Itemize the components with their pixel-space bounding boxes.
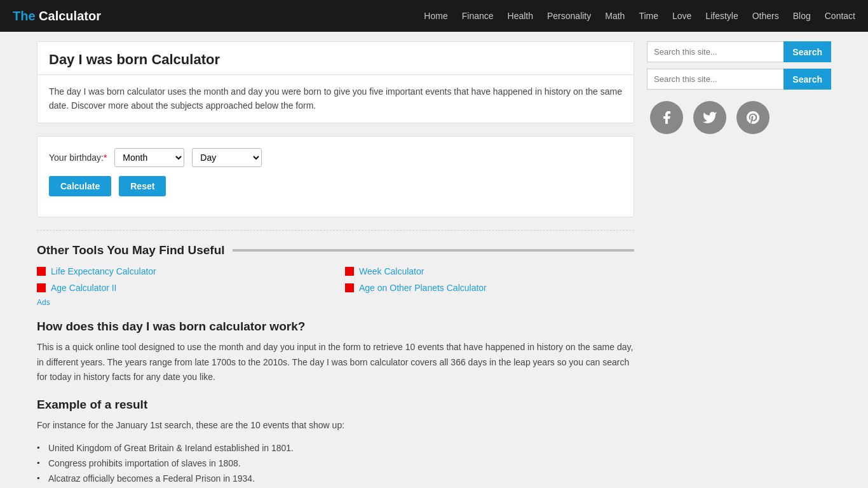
other-tools-section: Other Tools You May Find Useful Life Exp… bbox=[37, 243, 634, 307]
nav-links: Home Finance Health Personality Math Tim… bbox=[424, 11, 855, 21]
nav-blog[interactable]: Blog bbox=[793, 11, 811, 21]
nav-math[interactable]: Math bbox=[605, 11, 625, 21]
nav-home[interactable]: Home bbox=[424, 11, 447, 21]
tool-label: Life Expectancy Calculator bbox=[51, 266, 156, 276]
page-container: Day I was born Calculator The day I was … bbox=[27, 32, 841, 488]
search-button-1[interactable]: Search bbox=[783, 41, 831, 62]
birthday-label-text: Your birthday: bbox=[49, 152, 104, 163]
tool-week-calculator[interactable]: Week Calculator bbox=[345, 266, 634, 276]
nav-health[interactable]: Health bbox=[508, 11, 533, 21]
tool-life-expectancy[interactable]: Life Expectancy Calculator bbox=[37, 266, 326, 276]
main-content: Day I was born Calculator The day I was … bbox=[37, 41, 634, 488]
list-item: Alcatraz officially becomes a Federal Pr… bbox=[37, 471, 634, 487]
example-list: United Kingdom of Great Britain & Irelan… bbox=[37, 441, 634, 488]
tool-label: Week Calculator bbox=[359, 266, 424, 276]
nav-contact[interactable]: Contact bbox=[825, 11, 855, 21]
nav-lifestyle[interactable]: Lifestyle bbox=[705, 11, 738, 21]
tool-label: Age on Other Planets Calculator bbox=[359, 283, 487, 293]
calculator-card-body: The day I was born calculator uses the m… bbox=[37, 75, 634, 123]
how-it-works-body: This is a quick online tool designed to … bbox=[37, 340, 634, 385]
reset-button[interactable]: Reset bbox=[119, 176, 166, 196]
tools-grid: Life Expectancy Calculator Week Calculat… bbox=[37, 266, 634, 293]
calculator-card-header: Day I was born Calculator bbox=[37, 42, 634, 75]
calculate-button[interactable]: Calculate bbox=[49, 176, 111, 196]
search-input-1[interactable] bbox=[647, 41, 783, 62]
nav-love[interactable]: Love bbox=[672, 11, 691, 21]
calculator-description: The day I was born calculator uses the m… bbox=[49, 85, 622, 113]
ads-label: Ads bbox=[37, 298, 634, 307]
calculator-form-section: Your birthday:* MonthJanuaryFebruaryMarc… bbox=[37, 136, 634, 217]
calculator-card: Day I was born Calculator The day I was … bbox=[37, 41, 634, 123]
logo-the: The bbox=[13, 9, 36, 23]
tool-age-other-planets[interactable]: Age on Other Planets Calculator bbox=[345, 283, 634, 293]
how-it-works-section: How does this day I was born calculator … bbox=[37, 320, 634, 385]
other-tools-header: Other Tools You May Find Useful bbox=[37, 243, 634, 257]
facebook-icon[interactable] bbox=[650, 101, 683, 134]
how-it-works-heading: How does this day I was born calculator … bbox=[37, 320, 634, 334]
site-logo[interactable]: The Calculator bbox=[13, 9, 101, 24]
tool-icon bbox=[345, 283, 354, 292]
tool-label: Age Calculator II bbox=[51, 283, 117, 293]
calculator-title: Day I was born Calculator bbox=[49, 51, 622, 68]
nav-finance[interactable]: Finance bbox=[462, 11, 494, 21]
nav-time[interactable]: Time bbox=[639, 11, 658, 21]
list-item: Congress prohibits importation of slaves… bbox=[37, 456, 634, 471]
other-tools-heading: Other Tools You May Find Useful bbox=[37, 243, 225, 257]
search-button-2[interactable]: Search bbox=[783, 69, 831, 90]
example-section: Example of a result For instance for the… bbox=[37, 398, 634, 488]
search-input-2[interactable] bbox=[647, 69, 783, 90]
search-widget-2: Search bbox=[647, 69, 831, 90]
main-nav: The Calculator Home Finance Health Perso… bbox=[0, 0, 868, 32]
section-divider bbox=[37, 230, 634, 231]
nav-personality[interactable]: Personality bbox=[547, 11, 591, 21]
search-widget-1: Search bbox=[647, 41, 831, 62]
example-heading: Example of a result bbox=[37, 398, 634, 412]
logo-calc: Calculator bbox=[36, 9, 101, 23]
list-item: United Kingdom of Great Britain & Irelan… bbox=[37, 441, 634, 456]
tool-age-calculator-ii[interactable]: Age Calculator II bbox=[37, 283, 326, 293]
sidebar-social bbox=[650, 101, 831, 134]
example-intro: For instance for the January 1st search,… bbox=[37, 418, 634, 433]
birthday-label: Your birthday:* bbox=[49, 152, 107, 163]
button-row: Calculate Reset bbox=[49, 176, 622, 196]
form-row: Your birthday:* MonthJanuaryFebruaryMarc… bbox=[49, 148, 622, 167]
header-line bbox=[233, 249, 634, 252]
month-select[interactable]: MonthJanuaryFebruaryMarchAprilMayJuneJul… bbox=[114, 148, 184, 167]
tool-icon bbox=[37, 267, 46, 276]
pinterest-icon[interactable] bbox=[736, 101, 770, 134]
nav-others[interactable]: Others bbox=[752, 11, 779, 21]
sidebar: Search Search bbox=[647, 41, 831, 488]
twitter-icon[interactable] bbox=[693, 101, 726, 134]
required-marker: * bbox=[104, 152, 107, 163]
tool-icon bbox=[37, 283, 46, 292]
day-select[interactable]: Day1234567891011121314151617181920212223… bbox=[192, 148, 262, 167]
tool-icon bbox=[345, 267, 354, 276]
